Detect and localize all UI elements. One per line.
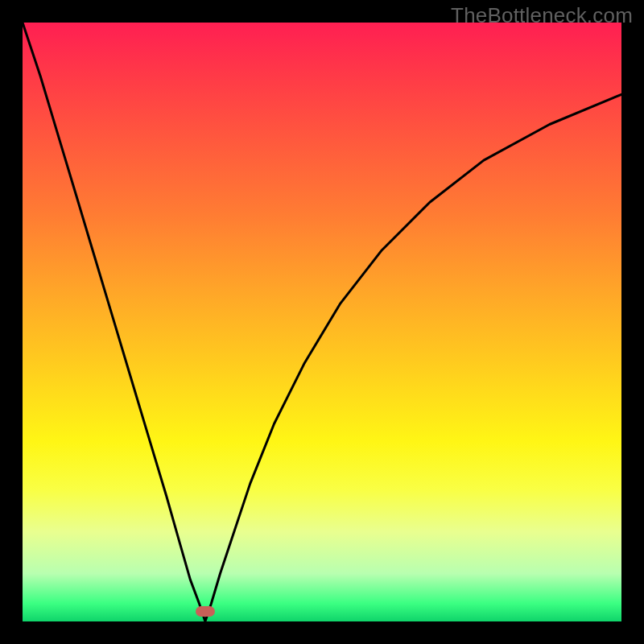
bottleneck-curve <box>23 23 621 621</box>
chart-frame: TheBottleneck.com <box>0 0 644 644</box>
optimum-marker <box>196 606 215 617</box>
plot-area <box>23 23 621 621</box>
curve-svg <box>23 23 621 621</box>
